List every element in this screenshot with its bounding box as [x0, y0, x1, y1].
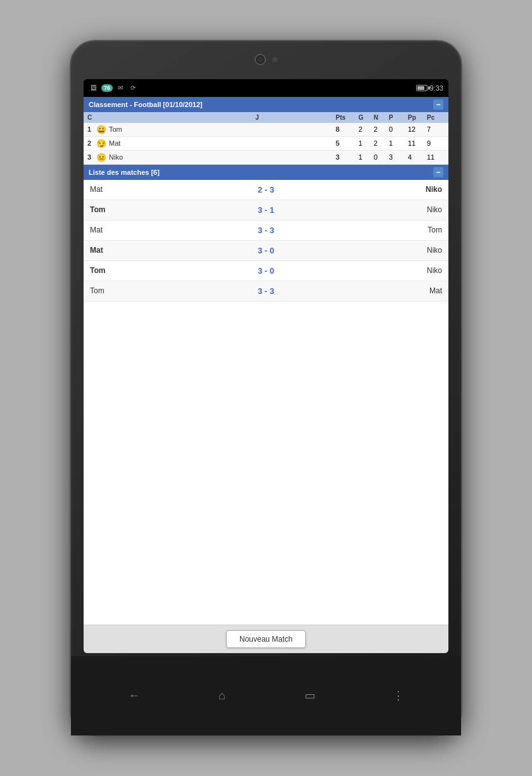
tablet-device: 🖼 76 ✉ ⟳ 9:33 Classement - Football [01/… [70, 40, 462, 737]
standing-g: 1 [358, 153, 374, 161]
standing-pp: 4 [408, 153, 427, 161]
nouveau-match-button[interactable]: Nouveau Match [226, 630, 306, 648]
match-away-team: Tom [291, 226, 442, 234]
col-n: N [374, 114, 389, 121]
match-score: 3 - 0 [241, 246, 291, 255]
standing-name: Mat [109, 139, 179, 147]
match-score: 2 - 3 [241, 185, 291, 194]
standing-n: 2 [374, 139, 389, 147]
match-away-team: Niko [291, 246, 442, 255]
classement-collapse-btn[interactable]: − [433, 99, 443, 110]
matches-collapse-btn[interactable]: − [433, 167, 443, 177]
match-home-team: Tom [90, 286, 241, 295]
recents-nav-icon[interactable]: ▭ [298, 683, 323, 708]
more-nav-icon[interactable]: ⋮ [386, 683, 411, 708]
col-pp: Pp [408, 114, 427, 121]
standing-rank: 1 [87, 125, 96, 133]
match-away-team: Niko [291, 205, 442, 214]
col-pc: Pc [427, 114, 445, 121]
classement-title: Classement - Football [01/10/2012] [89, 101, 203, 108]
standing-pc: 9 [427, 139, 445, 147]
match-row[interactable]: Mat 3 - 0 Niko [84, 241, 448, 261]
standing-row[interactable]: 3 😐 Niko 3 1 0 3 4 11 [84, 151, 448, 165]
standing-name: Tom [109, 125, 179, 133]
col-j: J [179, 114, 336, 121]
match-away-team: Niko [291, 266, 442, 275]
standing-p: 3 [389, 153, 408, 161]
matches-title: Liste des matches [6] [89, 169, 160, 176]
col-pts: Pts [336, 114, 358, 121]
status-right: 9:33 [416, 84, 443, 92]
back-nav-icon[interactable]: ← [122, 683, 147, 708]
standing-pts: 8 [336, 125, 358, 133]
standing-pc: 11 [427, 153, 445, 161]
match-score: 3 - 0 [241, 266, 291, 276]
match-row[interactable]: Tom 3 - 0 Niko [84, 261, 448, 281]
home-nav-icon[interactable]: ⌂ [210, 683, 235, 708]
col-g: G [358, 114, 374, 121]
match-away-team: Mat [291, 286, 442, 295]
email-icon: ✉ [115, 84, 125, 92]
notification-badge: 76 [101, 84, 113, 92]
match-row[interactable]: Tom 3 - 3 Mat [84, 281, 448, 302]
app-screen: Classement - Football [01/10/2012] − C J… [84, 97, 448, 653]
standing-rank: 2 [87, 139, 96, 147]
standing-pp: 11 [408, 139, 427, 147]
camera-area [255, 54, 277, 65]
match-away-team: Niko [291, 185, 442, 194]
match-row[interactable]: Mat 3 - 3 Tom [84, 220, 448, 241]
standing-pp: 12 [408, 125, 427, 133]
table-header-row: C J Pts G N P Pp Pc [84, 112, 448, 123]
match-score: 3 - 3 [241, 286, 291, 296]
standing-emoji: 😀 [96, 125, 109, 134]
match-home-team: Mat [90, 185, 241, 194]
standing-n: 2 [374, 125, 389, 133]
screen-bezel: 🖼 76 ✉ ⟳ 9:33 Classement - Football [01/… [84, 79, 448, 653]
clock: 9:33 [430, 84, 443, 92]
standings-table: 1 😀 Tom 8 2 2 0 12 7 2 😏 Mat 5 1 2 1 11 … [84, 123, 448, 165]
battery-icon [416, 85, 428, 91]
status-left: 🖼 76 ✉ ⟳ [89, 84, 138, 92]
standing-name: Niko [109, 153, 179, 161]
standing-emoji: 😏 [96, 139, 109, 148]
sync-icon: ⟳ [128, 84, 138, 92]
nav-bar: ← ⌂ ▭ ⋮ [71, 656, 461, 735]
standing-p: 0 [389, 125, 408, 133]
standing-p: 1 [389, 139, 408, 147]
standing-rank: 3 [87, 153, 96, 161]
match-score: 3 - 3 [241, 226, 291, 235]
matches-list: Mat 2 - 3 Niko Tom 3 - 1 Niko Mat 3 - 3 … [84, 180, 448, 625]
status-bar: 🖼 76 ✉ ⟳ 9:33 [84, 79, 448, 97]
match-row[interactable]: Tom 3 - 1 Niko [84, 200, 448, 220]
match-home-team: Mat [90, 246, 241, 255]
standing-n: 0 [374, 153, 389, 161]
camera-dot [272, 57, 277, 62]
match-home-team: Tom [90, 205, 241, 214]
classement-header[interactable]: Classement - Football [01/10/2012] − [84, 97, 448, 112]
col-c: C [87, 114, 96, 121]
match-home-team: Tom [90, 266, 241, 275]
match-row[interactable]: Mat 2 - 3 Niko [84, 180, 448, 200]
bottom-bar: Nouveau Match [84, 625, 448, 653]
standing-pts: 3 [336, 153, 358, 161]
match-home-team: Mat [90, 226, 241, 234]
standing-row[interactable]: 2 😏 Mat 5 1 2 1 11 9 [84, 137, 448, 151]
standing-pts: 5 [336, 139, 358, 147]
match-score: 3 - 1 [241, 205, 291, 215]
col-p: P [389, 114, 408, 121]
standing-g: 1 [358, 139, 374, 147]
standing-g: 2 [358, 125, 374, 133]
standing-pc: 7 [427, 125, 445, 133]
image-icon: 🖼 [89, 84, 99, 92]
camera-lens [255, 54, 266, 65]
standing-emoji: 😐 [96, 153, 109, 162]
matches-header[interactable]: Liste des matches [6] − [84, 165, 448, 180]
standing-row[interactable]: 1 😀 Tom 8 2 2 0 12 7 [84, 123, 448, 137]
